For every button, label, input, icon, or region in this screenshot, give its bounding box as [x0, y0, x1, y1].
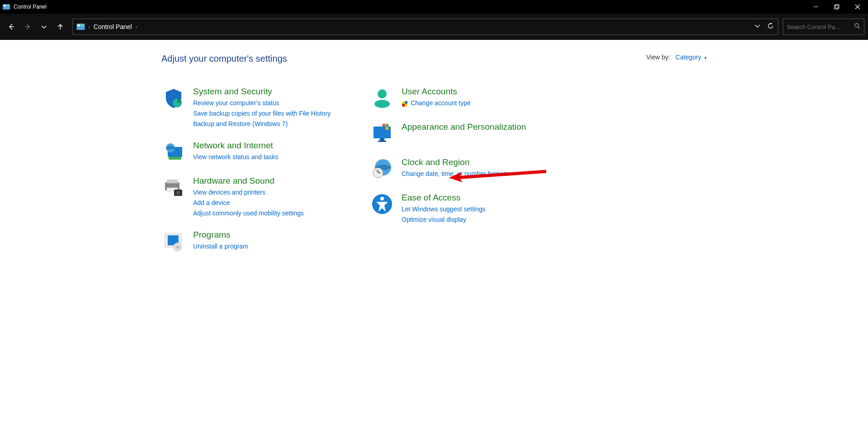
svg-point-28	[378, 89, 387, 98]
category-system-security: System and Security Review your computer…	[161, 87, 343, 130]
chevron-right-icon[interactable]: ›	[136, 24, 137, 29]
category-title[interactable]: Programs	[193, 230, 248, 240]
category-title[interactable]: Network and Internet	[193, 141, 278, 151]
svg-rect-37	[383, 127, 385, 130]
forward-button[interactable]	[20, 19, 35, 34]
category-user-accounts: User Accounts Change account type	[370, 87, 551, 111]
svg-rect-2	[7, 5, 9, 6]
category-link[interactable]: Add a device	[193, 198, 304, 208]
monitor-icon	[370, 122, 394, 146]
chevron-right-icon[interactable]: ›	[88, 24, 90, 29]
category-hardware-sound: Hardware and Sound View devices and prin…	[161, 176, 343, 219]
content-area: Adjust your computer's settings View by:…	[0, 40, 868, 265]
svg-point-23	[176, 191, 180, 195]
view-by-value[interactable]: Category	[675, 54, 701, 61]
category-title[interactable]: Appearance and Personalization	[402, 122, 526, 132]
shield-icon	[161, 87, 186, 111]
category-link[interactable]: Review your computer's status	[193, 98, 330, 108]
user-icon	[370, 87, 394, 111]
svg-rect-11	[78, 24, 80, 26]
svg-rect-0	[3, 4, 10, 10]
svg-rect-4	[834, 5, 838, 9]
category-link[interactable]: Save backup copies of your files with Fi…	[193, 109, 330, 118]
category-title[interactable]: Ease of Access	[402, 193, 485, 203]
category-title[interactable]: User Accounts	[402, 87, 470, 97]
svg-point-27	[176, 246, 179, 249]
svg-point-29	[374, 100, 390, 108]
svg-rect-36	[386, 124, 388, 127]
left-column: System and Security Review your computer…	[161, 87, 343, 265]
category-link[interactable]: Adjust commonly used mobility settings	[193, 209, 304, 218]
category-link[interactable]: Let Windows suggest settings	[402, 205, 485, 214]
category-clock-region: L Clock and Region Change date, time, or…	[370, 157, 551, 182]
category-link[interactable]: Change date, time, or number formats	[402, 169, 509, 179]
titlebar: Control Panel	[0, 0, 868, 14]
uac-shield-icon	[402, 100, 408, 107]
back-button[interactable]	[4, 19, 19, 34]
breadcrumb-text[interactable]: Control Panel	[93, 23, 132, 30]
programs-icon	[161, 230, 186, 254]
view-by-control[interactable]: View by: Category ▾	[646, 54, 707, 61]
category-title[interactable]: System and Security	[193, 87, 330, 97]
address-bar[interactable]: › Control Panel ›	[73, 19, 778, 35]
refresh-icon[interactable]	[767, 22, 774, 31]
page-heading: Adjust your computer's settings	[161, 54, 868, 64]
search-input[interactable]	[787, 24, 846, 30]
svg-rect-17	[169, 157, 181, 160]
window-title: Control Panel	[14, 4, 47, 10]
svg-rect-20	[167, 180, 178, 183]
category-network-internet: Network and Internet View network status…	[161, 141, 343, 165]
category-title[interactable]: Hardware and Sound	[193, 176, 304, 186]
category-link-text: Change account type	[411, 99, 470, 107]
category-programs: Programs Uninstall a program	[161, 230, 343, 254]
up-button[interactable]	[53, 19, 68, 34]
svg-rect-34	[378, 141, 386, 142]
category-link[interactable]: View network status and tasks	[193, 152, 278, 162]
search-box[interactable]	[783, 19, 864, 35]
search-icon[interactable]	[854, 23, 860, 31]
svg-rect-1	[4, 5, 6, 6]
category-link[interactable]: Uninstall a program	[193, 242, 248, 251]
svg-point-13	[855, 24, 858, 27]
globe-clock-icon: L	[370, 157, 394, 182]
svg-rect-5	[835, 5, 839, 8]
close-button[interactable]	[847, 0, 868, 14]
view-by-label: View by:	[646, 54, 670, 61]
control-panel-icon	[3, 3, 10, 10]
category-link[interactable]: View devices and printers	[193, 188, 304, 197]
window-controls	[805, 0, 868, 14]
svg-point-45	[380, 197, 384, 200]
category-link[interactable]: Backup and Restore (Windows 7)	[193, 119, 330, 129]
category-link[interactable]: Optimize visual display	[402, 215, 485, 224]
maximize-button[interactable]	[826, 0, 847, 14]
svg-rect-38	[386, 127, 388, 130]
svg-rect-35	[383, 124, 385, 127]
navigation-bar: › Control Panel ›	[0, 14, 868, 40]
svg-rect-30	[405, 101, 407, 104]
svg-rect-33	[380, 138, 384, 141]
category-link[interactable]: Change account type	[402, 98, 470, 108]
minimize-button[interactable]	[805, 0, 826, 14]
svg-line-14	[858, 27, 860, 29]
accessibility-icon	[370, 193, 394, 217]
printer-camera-icon	[161, 176, 186, 200]
category-ease-of-access: Ease of Access Let Windows suggest setti…	[370, 193, 551, 225]
history-dropdown-icon[interactable]	[754, 23, 761, 31]
svg-rect-31	[402, 104, 405, 107]
svg-rect-12	[81, 24, 84, 26]
category-appearance-personalization: Appearance and Personalization	[370, 122, 551, 146]
recent-locations-button[interactable]	[36, 19, 52, 34]
chevron-down-icon[interactable]: ▾	[704, 55, 707, 60]
globe-monitor-icon	[161, 141, 186, 165]
category-title[interactable]: Clock and Region	[402, 157, 509, 167]
control-panel-icon	[77, 23, 85, 31]
right-column: User Accounts Change account type Appear…	[370, 87, 551, 265]
